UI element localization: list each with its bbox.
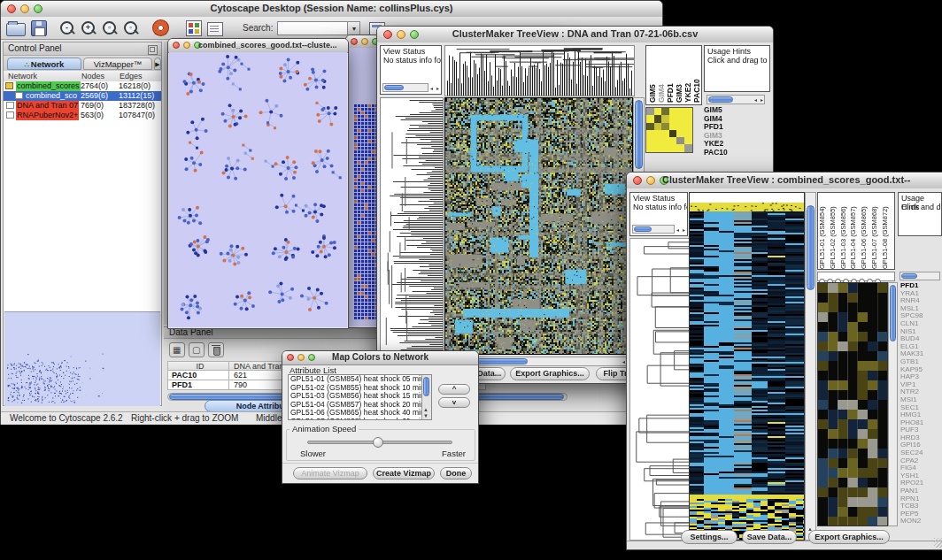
array-column-label: GPL51-06 (GSM865) [860,195,870,269]
tv1-zoom-hscrollbar[interactable]: ◂▸ [706,95,765,104]
minimize-button[interactable] [183,42,190,49]
network-window-title: combined_scores_good.txt--cluste... [198,41,344,50]
matrix-cell [646,130,654,137]
search-input[interactable] [277,21,348,35]
zoom-out-icon[interactable] [59,20,75,36]
edge-count: 13112(15) [119,91,154,101]
row-id: PFD1 [167,380,229,390]
matrix-cell [661,130,669,137]
tab-overflow-arrow[interactable]: ▶ [154,58,161,70]
move-down-button[interactable]: v [438,397,470,408]
tab-network[interactable]: ∴Network [7,58,81,70]
zoom-selected-icon[interactable] [102,20,118,36]
done-button[interactable]: Done [440,467,472,479]
tv2-gene-hscrollbar[interactable] [900,272,940,280]
tv2-row-dendrogram[interactable] [629,238,690,541]
delete-attribute-icon[interactable] [208,342,224,357]
annotation-icon[interactable] [207,22,223,36]
network-row[interactable]: combined_scores2764(0)16218(0) [4,81,161,91]
tv1-heatmap[interactable] [444,97,633,355]
matrix-cell [684,137,692,144]
zoom-button[interactable] [308,354,315,361]
matrix-cell [646,144,654,151]
array-column-label: GPL51-03 (GSM856) [839,195,850,269]
matrix-cell [676,123,684,130]
zoom-fit-icon[interactable] [123,20,139,36]
save-icon[interactable] [31,20,47,36]
tv1-export-graphics-button[interactable]: Export Graphics... [510,367,590,380]
faster-label: Faster [442,449,466,458]
slider-thumb[interactable] [373,437,383,448]
doc-icon [15,92,23,99]
create-vizmap-button[interactable]: Create Vizmap [373,467,435,479]
main-titlebar[interactable]: Cytoscape Desktop (Session Name: collins… [1,1,662,18]
tv2-zoom-heatmap[interactable] [817,282,888,526]
network-overview-thumbnail[interactable] [4,311,160,406]
matrix-cell [669,137,677,144]
scroll-left-icon[interactable]: ◂ [676,227,679,233]
matrix-cell [684,130,692,137]
status-welcome: Welcome to Cytoscape 2.6.2 [10,413,123,423]
animation-speed-label: Animation Speed [290,424,359,433]
network-canvas[interactable] [169,52,347,327]
tv1-titlebar[interactable]: ClusterMaker TreeView : DNA and Tran 07-… [377,27,773,43]
scroll-left-icon[interactable]: ◂ [430,86,433,91]
open-folder-icon[interactable] [6,23,26,36]
float-panel-icon[interactable] [148,45,158,55]
close-button[interactable] [287,354,294,361]
control-panel-header: Control Panel [4,42,161,56]
matrix-cell [661,144,669,151]
minimize-button[interactable] [297,354,305,361]
tv1-row-dendrogram[interactable] [380,97,444,355]
minimize-button[interactable] [397,30,405,39]
treeview-window-combined: ClusterMaker TreeView : combined_scores_… [626,172,942,550]
tv2-zoom-vscrollbar[interactable] [888,282,898,526]
close-button[interactable] [173,42,180,49]
gene-row-label: PAC10 [704,149,766,157]
network-row[interactable]: RNAPuberNov2+563(0)107847(0) [4,111,161,120]
map-colors-dialog: Map Colors to Network Attribute List GPL… [282,350,479,484]
netwin1-titlebar[interactable]: combined_scores_good.txt--cluste... [168,39,348,53]
node-count: 769(0) [81,101,104,111]
zoom-in-icon[interactable] [81,20,97,36]
tv2-settings-button[interactable]: Settings... [681,530,737,544]
resize-grip[interactable] [934,538,942,548]
scroll-right-icon[interactable]: ▸ [436,86,439,91]
network-row[interactable]: combined_sco2569(6)13112(15) [4,91,161,101]
tv2-export-graphics-button[interactable]: Export Graphics... [808,530,890,544]
search-dropdown-arrow-icon[interactable]: ▼ [348,21,360,35]
tv2-vscrollbar[interactable]: ▲▼ [805,192,816,541]
help-icon[interactable] [153,20,168,35]
dialog-titlebar[interactable]: Map Colors to Network [282,351,478,365]
move-up-button[interactable]: ^ [438,384,470,395]
minimize-button[interactable] [20,4,29,13]
minimize-button[interactable] [646,176,655,185]
network-row[interactable]: DNA and Tran 07769(0)183728(0) [4,101,161,111]
attribute-list-scrollbar[interactable]: ▲▼ [421,375,431,419]
close-button[interactable] [7,4,16,13]
tv2-titlebar[interactable]: ClusterMaker TreeView : combined_scores_… [627,173,942,189]
close-button[interactable] [633,176,642,185]
matrix-cell [654,108,662,115]
attribute-item[interactable]: GPL51-07 (GSM868) heat shock 60 min [289,418,431,420]
tv2-heatmap[interactable] [690,203,804,540]
tv1-zoom-matrix[interactable] [645,107,693,153]
new-attribute-icon[interactable] [189,342,205,357]
minimize-button[interactable] [361,38,368,45]
tv2-save-data-button[interactable]: Save Data... [742,530,797,544]
attribute-list[interactable]: GPL51-01 (GSM854) heat shock 05 minGPL51… [288,374,432,420]
close-button[interactable] [383,30,392,39]
matrix-cell [676,137,684,144]
tv1-column-dendrogram[interactable] [444,45,635,96]
animation-speed-slider[interactable] [307,441,452,444]
gene-label: MON2 [900,518,942,525]
tv1-column-labels: GIM5GIM4PFD1GIM3YKE2PAC10 [645,45,702,105]
scroll-right-icon[interactable]: ▸ [683,227,685,233]
select-attributes-icon[interactable] [169,342,185,357]
tab-vizmapper[interactable]: VizMapper™ [83,58,152,70]
matrix-cell [669,130,677,137]
close-button[interactable] [351,38,358,45]
matrix-cell [654,115,662,122]
matrix-cell [669,144,677,151]
vizmapper-icon[interactable] [186,20,202,36]
